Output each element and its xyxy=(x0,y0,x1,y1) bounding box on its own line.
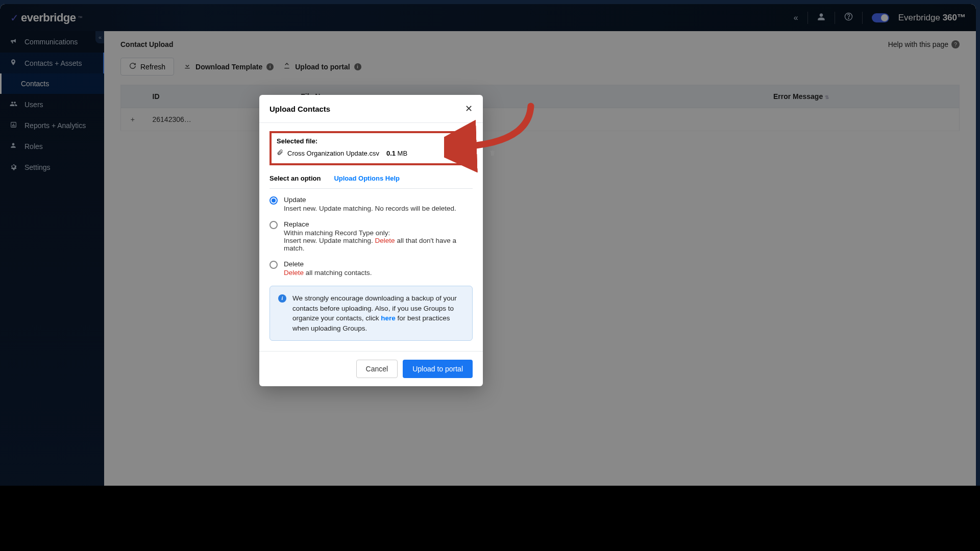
modal-overlay[interactable] xyxy=(0,4,976,547)
selected-file-label: Selected file: xyxy=(277,137,465,145)
file-size: 0.1 MB xyxy=(386,149,407,157)
trash-icon[interactable] xyxy=(489,149,496,158)
file-name: Cross Organization Update.csv xyxy=(287,149,379,157)
select-option-label: Select an option xyxy=(270,174,321,182)
upload-contacts-modal: Upload Contacts ✕ Selected file: Cross O… xyxy=(259,95,483,386)
radio-delete[interactable]: Delete Delete all matching contacts. xyxy=(270,260,473,277)
modal-title: Upload Contacts xyxy=(270,105,330,113)
info-icon: i xyxy=(278,294,286,303)
info-callout: i We strongly encourage downloading a ba… xyxy=(270,286,473,341)
radio-button[interactable] xyxy=(270,221,278,229)
close-icon[interactable]: ✕ xyxy=(465,103,473,114)
groups-here-link[interactable]: here xyxy=(381,314,396,322)
cancel-button[interactable]: Cancel xyxy=(356,360,398,378)
radio-button[interactable] xyxy=(270,261,278,269)
letterbox xyxy=(0,486,980,551)
paperclip-icon xyxy=(277,149,283,157)
radio-update[interactable]: Update Insert new. Update matching. No r… xyxy=(270,196,473,212)
radio-replace[interactable]: Replace Within matching Record Type only… xyxy=(270,220,473,252)
upload-options-help-link[interactable]: Upload Options Help xyxy=(334,174,400,182)
radio-button[interactable] xyxy=(270,196,278,205)
selected-file-box: Selected file: Cross Organization Update… xyxy=(270,131,473,165)
upload-to-portal-button[interactable]: Upload to portal xyxy=(403,360,473,378)
